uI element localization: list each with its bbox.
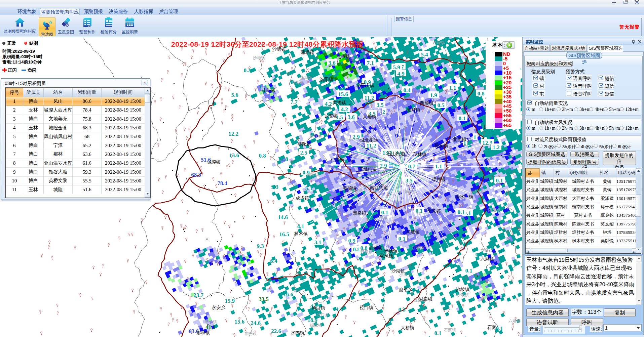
svg-text:蒲塘镇: 蒲塘镇 [301,50,314,55]
svg-text:3.5: 3.5 [376,102,383,108]
svg-text:0.1: 0.1 [465,267,472,274]
svg-text:六靖镇: 六靖镇 [508,319,521,323]
svg-text:5.2: 5.2 [302,279,309,286]
svg-text:径口乡: 径口乡 [317,312,329,317]
svg-text:卖酒镇: 卖酒镇 [333,100,346,105]
svg-text:1: 1 [314,69,317,75]
svg-text:博白镇: 博白镇 [312,305,326,310]
svg-text:5.6: 5.6 [231,92,238,98]
svg-text:4.9: 4.9 [397,71,404,77]
svg-text:0.4: 0.4 [403,87,411,93]
svg-text:城隍镇: 城隍镇 [207,160,221,165]
svg-text:西埌镇: 西埌镇 [433,40,445,45]
svg-text:13.6: 13.6 [229,152,239,159]
svg-text:葵阳镇: 葵阳镇 [291,80,303,85]
svg-text:成均镇: 成均镇 [296,196,309,201]
svg-text:1.2: 1.2 [492,144,499,151]
svg-text:平乐镇: 平乐镇 [427,209,441,214]
svg-text:石窝镇: 石窝镇 [444,328,456,332]
svg-text:双凤镇: 双凤镇 [361,250,373,254]
svg-text:大居镇: 大居镇 [363,114,377,119]
svg-text:15.9: 15.9 [225,298,235,304]
svg-text:41.1: 41.1 [205,324,216,330]
svg-text:清水町: 清水町 [473,189,485,194]
svg-text:12.3: 12.3 [482,140,492,146]
svg-text:14.6: 14.6 [278,214,288,220]
svg-text:12.2: 12.2 [228,131,238,137]
svg-text:4.2: 4.2 [325,101,332,107]
svg-text:那卜镇: 那卜镇 [205,320,217,324]
svg-text:浪平乡: 浪平乡 [293,289,305,294]
svg-text:仁厚镇: 仁厚镇 [331,157,345,162]
svg-text:清水口镇: 清水口镇 [455,194,473,199]
svg-text:68.3: 68.3 [191,172,201,178]
svg-text:米场镇: 米场镇 [384,248,398,253]
svg-text:石窝: 石窝 [487,325,496,330]
svg-text:16.5: 16.5 [279,231,289,238]
svg-text:5.5: 5.5 [305,185,312,192]
svg-text:0.9: 0.9 [312,266,319,272]
svg-text:洛阳镇: 洛阳镇 [319,77,334,82]
svg-text:0.7: 0.7 [408,163,415,170]
svg-text:0.1: 0.1 [398,236,405,242]
svg-text:沙坡镇: 沙坡镇 [456,293,469,297]
svg-text:0.1: 0.1 [496,325,503,332]
svg-text:0.5: 0.5 [437,102,444,109]
svg-text:马坡镇: 马坡镇 [406,229,420,235]
svg-text:葵阳镇: 葵阳镇 [298,141,311,146]
svg-text:那林镇: 那林镇 [196,330,210,335]
svg-text:玉城街道: 玉城街道 [359,167,377,172]
svg-text:径口镇: 径口镇 [359,305,374,310]
svg-text:23.7: 23.7 [193,292,203,298]
svg-text:3.6: 3.6 [347,114,354,120]
svg-text:城隍镇: 城隍镇 [405,189,417,194]
svg-text:龙安镇: 龙安镇 [324,114,338,119]
svg-text:六麻镇: 六麻镇 [481,248,493,253]
svg-text:11.2: 11.2 [367,142,376,149]
svg-text:0.1: 0.1 [496,177,503,184]
svg-text:7.7: 7.7 [290,99,298,105]
svg-text:隆盛镇: 隆盛镇 [488,208,500,212]
svg-text:浪平乡: 浪平乡 [399,287,413,292]
svg-text:7.5: 7.5 [265,277,272,283]
svg-text:2.9: 2.9 [380,163,387,169]
svg-text:2.8: 2.8 [281,156,288,162]
svg-text:5.4: 5.4 [421,51,428,58]
svg-text:大桥镇: 大桥镇 [401,325,415,330]
svg-text:7.1: 7.1 [367,60,374,66]
svg-text:16.6: 16.6 [283,291,293,298]
svg-text:18.9: 18.9 [307,317,317,323]
svg-text:塘岸镇: 塘岸镇 [432,177,446,182]
svg-text:9.3: 9.3 [257,243,264,249]
svg-text:石山街道: 石山街道 [387,151,405,156]
svg-text:1.8: 1.8 [336,306,343,312]
svg-text:水鸣镇: 水鸣镇 [244,331,257,336]
svg-text:15.6: 15.6 [338,91,348,97]
svg-text:0.8: 0.8 [259,153,266,159]
svg-text:1.2: 1.2 [305,265,312,271]
svg-text:24.6: 24.6 [251,320,261,326]
svg-text:温泉镇: 温泉镇 [414,298,426,302]
svg-text:城隍镇: 城隍镇 [307,172,319,177]
svg-text:民安镇: 民安镇 [435,143,449,148]
svg-text:成均乡: 成均乡 [340,137,352,142]
svg-text:樟木镇: 樟木镇 [294,231,308,236]
svg-text:1.9: 1.9 [430,92,437,98]
svg-text:22.6: 22.6 [271,328,281,334]
svg-text:新圩镇: 新圩镇 [407,108,421,113]
svg-text:78.4: 78.4 [217,180,227,186]
svg-text:0.1: 0.1 [415,208,422,214]
svg-text:西埌镇: 西埌镇 [420,101,434,106]
svg-text:沙湖乡: 沙湖乡 [399,272,411,277]
svg-text:6.4: 6.4 [270,258,277,264]
svg-text:城北街道: 城北街道 [360,138,378,143]
svg-text:4.1: 4.1 [297,223,304,229]
svg-text:双凤镇: 双凤镇 [380,253,393,258]
svg-text:0.1: 0.1 [457,209,464,215]
svg-text:3.6: 3.6 [328,60,335,66]
svg-text:水鸣镇: 水鸣镇 [291,330,305,335]
svg-text:2.5: 2.5 [300,150,307,156]
svg-text:北流镇: 北流镇 [453,137,467,142]
svg-text:0.1: 0.1 [381,209,388,216]
svg-text:33.5: 33.5 [259,296,269,302]
